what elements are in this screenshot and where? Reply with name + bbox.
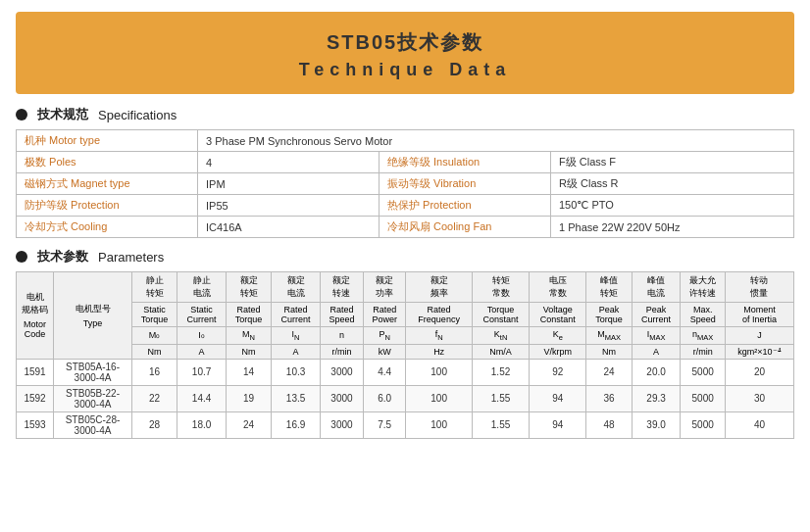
table-row: 1592STB05B-22-3000-4A2214.41913.530006.0… [17, 385, 794, 411]
th-torque-const-cn: 转矩常数 [472, 272, 529, 303]
spec-label-protection: 防护等级 Protection [17, 195, 198, 217]
th-sym-n: n [320, 327, 363, 345]
params-header-cn: 电机规格码MotorCode 电机型号Type 静止转矩 静止电流 额定转矩 额… [17, 272, 794, 303]
params-table: 电机规格码MotorCode 电机型号Type 静止转矩 静止电流 额定转矩 额… [16, 271, 794, 439]
spec-label-vibration: 振动等级 Vibration [380, 173, 551, 195]
th-unit-MMAX: Nm [586, 344, 632, 359]
spec-value-motortype: 3 Phase PM Synchronous Servo Motor [198, 130, 794, 152]
spec-label-magnet: 磁钢方式 Magnet type [17, 173, 198, 195]
th-max-speed-cn: 最大允许转速 [681, 272, 725, 303]
th-sym-KtN: KtN [472, 327, 529, 345]
specs-table: 机种 Motor type 3 Phase PM Synchronous Ser… [16, 129, 794, 238]
th-unit-IN: A [272, 344, 321, 359]
spec-value-thermal: 150℃ PTO [551, 195, 794, 217]
spec-value-cooling: IC416A [198, 217, 380, 238]
th-rated-torque-cn: 额定转矩 [226, 272, 271, 303]
specs-dot [16, 109, 27, 121]
params-header-sym: M₀ I₀ MN IN n PN fN KtN Ke MMAX IMAX nMA… [17, 327, 794, 345]
spec-value-protection: IP55 [198, 195, 380, 217]
spec-row-motortype: 机种 Motor type 3 Phase PM Synchronous Ser… [17, 130, 794, 152]
header: STB05技术参数 Technique Data [16, 12, 794, 94]
th-inertia-en: Momentof Inertia [725, 303, 793, 327]
th-sym-M0: M₀ [132, 327, 177, 345]
th-rated-freq-en: RatedFrequency [406, 303, 473, 327]
th-rated-current-en: RatedCurrent [272, 303, 321, 327]
th-static-torque-en: StaticTorque [132, 303, 177, 327]
th-sym-MN: MN [226, 327, 271, 345]
specs-section: 技术规范 Specifications 机种 Motor type 3 Phas… [16, 106, 794, 238]
spec-value-poles: 4 [198, 152, 380, 173]
header-title-cn: STB05技术参数 [16, 29, 794, 56]
th-sym-IN: IN [272, 327, 321, 345]
th-unit-nMAX: r/min [681, 344, 725, 359]
spec-label-coolingfan: 冷却风扇 Cooling Fan [380, 217, 551, 238]
spec-label-cooling: 冷却方式 Cooling [17, 217, 198, 238]
spec-row-magnet: 磁钢方式 Magnet type IPM 振动等级 Vibration R级 C… [17, 173, 794, 195]
spec-row-protection: 防护等级 Protection IP55 热保护 Protection 150℃… [17, 195, 794, 217]
th-rated-speed-en: RatedSpeed [320, 303, 363, 327]
th-peak-torque-en: PeakTorque [586, 303, 632, 327]
th-unit-MN: Nm [226, 344, 271, 359]
th-static-current-en: StaticCurrent [177, 303, 227, 327]
params-header-en: StaticTorque StaticCurrent RatedTorque R… [17, 303, 794, 327]
th-sym-PN: PN [364, 327, 406, 345]
spec-label-motortype: 机种 Motor type [17, 130, 198, 152]
th-static-current-cn: 静止电流 [177, 272, 227, 303]
spec-row-poles: 极数 Poles 4 绝缘等级 Insulation F级 Class F [17, 152, 794, 173]
th-inertia-cn: 转动惯量 [725, 272, 793, 303]
th-rated-speed-cn: 额定转速 [320, 272, 363, 303]
th-static-torque-cn: 静止转矩 [132, 272, 177, 303]
header-title-en: Technique Data [16, 60, 794, 80]
th-unit-PN: kW [364, 344, 406, 359]
th-unit-J: kgm²×10⁻⁴ [725, 344, 793, 359]
th-unit-fN: Hz [406, 344, 473, 359]
spec-label-thermal: 热保护 Protection [380, 195, 551, 217]
specs-label-cn: 技术规范 [37, 106, 88, 123]
th-sym-IMAX: IMAX [632, 327, 681, 345]
table-row: 1591STB05A-16-3000-4A1610.71410.330004.4… [17, 359, 794, 385]
spec-value-coolingfan: 1 Phase 22W 220V 50Hz [551, 217, 794, 238]
th-rated-torque-en: RatedTorque [226, 303, 271, 327]
th-unit-n: r/min [320, 344, 363, 359]
spec-value-vibration: R级 Class R [551, 173, 794, 195]
th-rated-power-en: RatedPower [364, 303, 406, 327]
th-voltage-const-cn: 电压常数 [530, 272, 586, 303]
spec-label-insulation: 绝缘等级 Insulation [380, 152, 551, 173]
params-section: 技术参数 Parameters 电机规格码MotorCode 电机型号Type … [16, 248, 794, 439]
table-row: 1593STB05C-28-3000-4A2818.02416.930007.5… [17, 411, 794, 438]
th-unit-Ke: V/krpm [530, 344, 586, 359]
th-motor-type-cn: 电机型号Type [54, 272, 132, 360]
params-label-en: Parameters [98, 250, 164, 265]
th-rated-current-cn: 额定电流 [272, 272, 321, 303]
th-voltage-const-en: VoltageConstant [530, 303, 586, 327]
th-torque-const-en: TorqueConstant [472, 303, 529, 327]
th-sym-J: J [725, 327, 793, 345]
th-sym-I0: I₀ [177, 327, 227, 345]
specs-section-title: 技术规范 Specifications [16, 106, 794, 123]
th-rated-freq-cn: 额定频率 [406, 272, 473, 303]
spec-value-insulation: F级 Class F [551, 152, 794, 173]
params-dot [16, 251, 27, 263]
th-unit-M0: Nm [132, 344, 177, 359]
th-sym-MMAX: MMAX [586, 327, 632, 345]
params-section-title: 技术参数 Parameters [16, 248, 794, 266]
th-motor-code-cn: 电机规格码MotorCode [17, 272, 54, 360]
params-label-cn: 技术参数 [37, 248, 88, 266]
spec-label-poles: 极数 Poles [17, 152, 198, 173]
th-peak-current-cn: 峰值电流 [632, 272, 681, 303]
spec-row-cooling: 冷却方式 Cooling IC416A 冷却风扇 Cooling Fan 1 P… [17, 217, 794, 238]
th-unit-IMAX: A [632, 344, 681, 359]
th-peak-current-en: PeakCurrent [632, 303, 681, 327]
th-unit-I0: A [177, 344, 227, 359]
specs-label-en: Specifications [98, 108, 177, 122]
spec-value-magnet: IPM [198, 173, 380, 195]
th-unit-KtN: Nm/A [472, 344, 529, 359]
th-peak-torque-cn: 峰值转矩 [586, 272, 632, 303]
th-rated-power-cn: 额定功率 [364, 272, 406, 303]
params-header-unit: Nm A Nm A r/min kW Hz Nm/A V/krpm Nm A r… [17, 344, 794, 359]
th-sym-nMAX: nMAX [681, 327, 725, 345]
th-max-speed-en: Max.Speed [681, 303, 725, 327]
th-sym-Ke: Ke [530, 327, 586, 345]
th-sym-fN: fN [406, 327, 473, 345]
